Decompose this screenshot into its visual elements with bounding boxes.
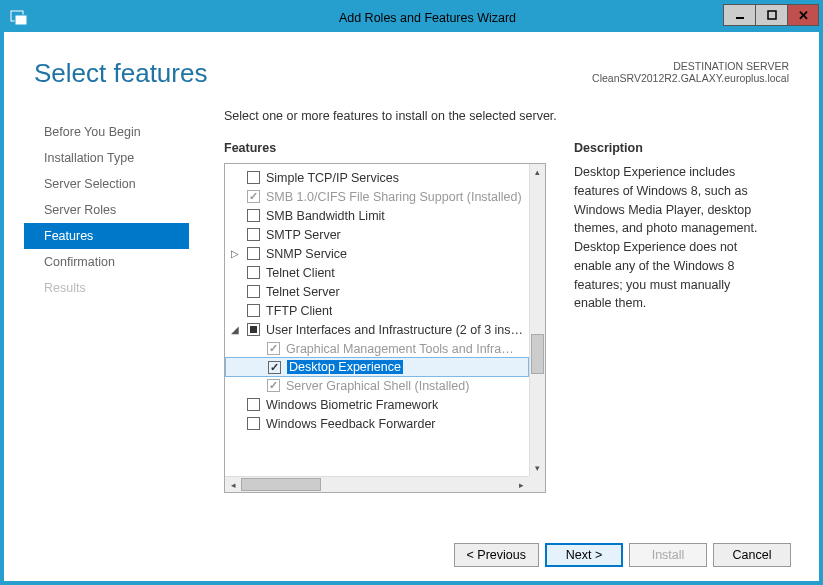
feature-label: TFTP Client (266, 304, 332, 318)
window-controls: ✕ (723, 4, 819, 26)
page-title: Select features (34, 58, 207, 89)
features-tree[interactable]: Simple TCP/IP ServicesSMB 1.0/CIFS File … (224, 163, 546, 493)
feature-checkbox[interactable] (268, 361, 281, 374)
feature-item[interactable]: Windows Biometric Framework (225, 395, 529, 414)
step-item[interactable]: Features (24, 223, 189, 249)
feature-item[interactable]: Simple TCP/IP Services (225, 168, 529, 187)
feature-checkbox[interactable] (247, 285, 260, 298)
button-bar: < Previous Next > Install Cancel (454, 543, 791, 567)
feature-label: Telnet Client (266, 266, 335, 280)
features-label: Features (224, 141, 546, 155)
horizontal-scrollbar[interactable]: ◂ ▸ (225, 476, 529, 492)
destination-server: CleanSRV2012R2.GALAXY.europlus.local (592, 72, 789, 84)
instruction-text: Select one or more features to install o… (224, 109, 789, 123)
cancel-button[interactable]: Cancel (713, 543, 791, 567)
feature-label: User Interfaces and Infrastructure (2 of… (266, 323, 525, 337)
previous-button[interactable]: < Previous (454, 543, 539, 567)
feature-checkbox[interactable] (247, 247, 260, 260)
feature-label: Simple TCP/IP Services (266, 171, 399, 185)
feature-item[interactable]: SMTP Server (225, 225, 529, 244)
description-text: Desktop Experience includes features of … (574, 163, 764, 313)
destination-block: DESTINATION SERVER CleanSRV2012R2.GALAXY… (592, 60, 789, 84)
feature-label: Windows Biometric Framework (266, 398, 438, 412)
feature-checkbox (247, 190, 260, 203)
feature-item[interactable]: ◢User Interfaces and Infrastructure (2 o… (225, 320, 529, 339)
scroll-corner (529, 476, 545, 492)
feature-label: Telnet Server (266, 285, 340, 299)
feature-label: SMB 1.0/CIFS File Sharing Support (Insta… (266, 190, 522, 204)
wizard-steps: Before You BeginInstallation TypeServer … (34, 109, 184, 493)
feature-item[interactable]: Server Graphical Shell (Installed) (225, 376, 529, 395)
feature-label: Desktop Experience (287, 360, 403, 374)
feature-label: SNMP Service (266, 247, 347, 261)
description-label: Description (574, 141, 764, 155)
client-area: Select features DESTINATION SERVER Clean… (4, 32, 819, 581)
close-button[interactable]: ✕ (787, 4, 819, 26)
feature-checkbox[interactable] (247, 398, 260, 411)
feature-checkbox[interactable] (247, 171, 260, 184)
feature-item[interactable]: Desktop Experience (225, 357, 529, 377)
feature-checkbox[interactable] (247, 228, 260, 241)
destination-label: DESTINATION SERVER (592, 60, 789, 72)
feature-checkbox[interactable] (247, 417, 260, 430)
feature-item[interactable]: Telnet Client (225, 263, 529, 282)
collapse-icon[interactable]: ◢ (229, 324, 241, 335)
feature-item[interactable]: Windows Feedback Forwarder (225, 414, 529, 433)
feature-checkbox (267, 342, 280, 355)
description-panel: Description Desktop Experience includes … (574, 141, 764, 493)
svg-rect-3 (768, 11, 776, 19)
feature-label: Graphical Management Tools and Infrastru… (286, 342, 516, 356)
feature-item[interactable]: Telnet Server (225, 282, 529, 301)
feature-checkbox[interactable] (247, 323, 260, 336)
svg-rect-2 (736, 17, 744, 19)
scroll-down-button[interactable]: ▾ (530, 460, 545, 476)
feature-checkbox (267, 379, 280, 392)
scroll-up-button[interactable]: ▴ (530, 164, 545, 180)
feature-checkbox[interactable] (247, 304, 260, 317)
step-item: Results (34, 275, 184, 301)
step-item[interactable]: Before You Begin (34, 119, 184, 145)
step-item[interactable]: Server Roles (34, 197, 184, 223)
minimize-button[interactable] (723, 4, 755, 26)
feature-checkbox[interactable] (247, 209, 260, 222)
wizard-icon (10, 9, 28, 27)
titlebar: Add Roles and Features Wizard ✕ (4, 4, 819, 32)
feature-label: Server Graphical Shell (Installed) (286, 379, 469, 393)
step-item[interactable]: Server Selection (34, 171, 184, 197)
step-item[interactable]: Confirmation (34, 249, 184, 275)
feature-checkbox[interactable] (247, 266, 260, 279)
hscroll-thumb[interactable] (241, 478, 321, 491)
step-item[interactable]: Installation Type (34, 145, 184, 171)
next-button[interactable]: Next > (545, 543, 623, 567)
scroll-left-button[interactable]: ◂ (225, 477, 241, 492)
feature-label: SMB Bandwidth Limit (266, 209, 385, 223)
feature-item[interactable]: SMB 1.0/CIFS File Sharing Support (Insta… (225, 187, 529, 206)
expand-icon[interactable]: ▷ (229, 248, 241, 259)
maximize-button[interactable] (755, 4, 787, 26)
svg-rect-1 (15, 15, 27, 25)
feature-item[interactable]: Graphical Management Tools and Infrastru… (225, 339, 529, 358)
feature-label: Windows Feedback Forwarder (266, 417, 436, 431)
feature-label: SMTP Server (266, 228, 341, 242)
window-title: Add Roles and Features Wizard (36, 11, 819, 25)
wizard-window: Add Roles and Features Wizard ✕ Select f… (0, 0, 823, 585)
vertical-scrollbar[interactable]: ▴ ▾ (529, 164, 545, 476)
feature-item[interactable]: TFTP Client (225, 301, 529, 320)
feature-item[interactable]: ▷SNMP Service (225, 244, 529, 263)
install-button[interactable]: Install (629, 543, 707, 567)
feature-item[interactable]: SMB Bandwidth Limit (225, 206, 529, 225)
scroll-right-button[interactable]: ▸ (513, 477, 529, 492)
scroll-thumb[interactable] (531, 334, 544, 374)
main-panel: Select one or more features to install o… (224, 109, 789, 493)
